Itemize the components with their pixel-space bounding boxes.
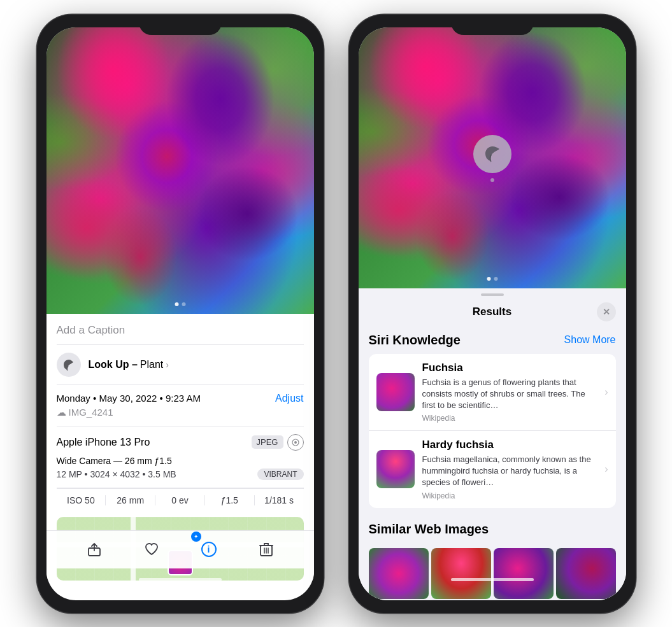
camera-model-row: Apple iPhone 13 Pro JPEG xyxy=(57,434,304,451)
drag-handle[interactable] xyxy=(481,293,504,296)
adjust-button[interactable]: Adjust xyxy=(275,393,303,404)
phone-1-screen: Add a Caption Look Up – Plant › xyxy=(46,27,314,600)
svg-point-1 xyxy=(294,441,297,444)
knowledge-item-hardy[interactable]: Hardy fuchsia Fuchsia magellanica, commo… xyxy=(369,431,616,508)
format-badge: JPEG xyxy=(252,435,283,449)
dot-inactive-2 xyxy=(494,277,497,281)
siri-dot xyxy=(490,178,494,182)
page-dots-2 xyxy=(487,277,497,281)
camera-specs-row: 12 MP • 3024 × 4032 • 3.5 MB VIBRANT xyxy=(57,468,304,480)
photo-display-2[interactable] xyxy=(359,27,626,288)
info-button[interactable]: ✦ i xyxy=(195,535,223,563)
similar-images-header: Similar Web Images xyxy=(369,517,616,543)
sparkle-badge: ✦ xyxy=(191,532,201,542)
leaf-icon xyxy=(62,358,76,372)
lookup-label-plain: Plant xyxy=(140,359,163,370)
photo-date: Monday • May 30, 2022 • 9:23 AM xyxy=(57,393,201,404)
filename-text: IMG_4241 xyxy=(69,407,113,418)
fuchsia-chevron: › xyxy=(604,386,608,398)
results-header: Results ✕ xyxy=(359,299,626,328)
hardy-chevron: › xyxy=(604,463,608,475)
photo-display[interactable] xyxy=(46,27,314,314)
exif-row: ISO 50 26 mm 0 ev ƒ1.5 1/181 s xyxy=(57,488,304,512)
fuchsia-thumbnail xyxy=(376,373,415,411)
share-icon xyxy=(87,542,102,557)
lookup-row[interactable]: Look Up – Plant › xyxy=(57,345,304,385)
hardy-source: Wikipedia xyxy=(422,491,595,500)
phone-2-screen: Results ✕ Siri Knowledge Show More xyxy=(359,27,626,600)
results-content[interactable]: Siri Knowledge Show More Fuchsia Fuchsia… xyxy=(359,328,626,600)
notch xyxy=(139,15,222,35)
hardy-thumb-image xyxy=(376,450,415,488)
dot-inactive xyxy=(182,302,185,306)
web-images-row xyxy=(369,548,616,599)
exif-ev: 0 ev xyxy=(155,495,205,505)
page-dots xyxy=(175,302,185,306)
web-image-4[interactable] xyxy=(556,548,616,599)
dot-active xyxy=(175,302,178,306)
delete-button[interactable] xyxy=(252,535,280,563)
hardy-text: Hardy fuchsia Fuchsia magellanica, commo… xyxy=(422,439,595,500)
fuchsia-source: Wikipedia xyxy=(422,414,595,423)
lookup-chevron: › xyxy=(166,360,169,370)
info-circle-icon: i xyxy=(201,542,217,557)
phone-1: Add a Caption Look Up – Plant › xyxy=(37,15,324,613)
share-button[interactable] xyxy=(80,535,108,563)
knowledge-item-fuchsia[interactable]: Fuchsia Fuchsia is a genus of flowering … xyxy=(369,354,616,432)
camera-model-text: Apple iPhone 13 Pro xyxy=(57,437,150,448)
fuchsia-desc: Fuchsia is a genus of flowering plants t… xyxy=(422,377,595,412)
fuchsia-text: Fuchsia Fuchsia is a genus of flowering … xyxy=(422,362,595,423)
exif-focal: 26 mm xyxy=(106,495,155,505)
meta-section: Monday • May 30, 2022 • 9:23 AM Adjust ☁… xyxy=(57,385,304,426)
favorite-button[interactable] xyxy=(138,535,166,563)
hardy-name: Hardy fuchsia xyxy=(422,439,595,451)
knowledge-card: Fuchsia Fuchsia is a genus of flowering … xyxy=(369,354,616,508)
bottom-toolbar: ✦ i xyxy=(46,530,314,568)
exif-iso: ISO 50 xyxy=(57,495,106,505)
trash-icon xyxy=(259,542,273,557)
photo-filename-row: ☁ IMG_4241 xyxy=(57,407,304,418)
similar-section: Similar Web Images xyxy=(369,509,616,600)
lookup-label-bold: Look Up – xyxy=(89,359,138,370)
camera-badges: JPEG xyxy=(252,434,304,451)
results-title: Results xyxy=(388,306,597,318)
settings-icon xyxy=(291,438,300,447)
web-image-2[interactable] xyxy=(431,548,491,599)
web-image-1[interactable] xyxy=(369,548,429,599)
camera-section: Apple iPhone 13 Pro JPEG Wide Camera — 2… xyxy=(57,426,304,488)
meta-top-row: Monday • May 30, 2022 • 9:23 AM Adjust xyxy=(57,393,304,404)
web-image-3[interactable] xyxy=(494,548,554,599)
siri-knowledge-header: Siri Knowledge Show More xyxy=(369,328,616,354)
notch-2 xyxy=(451,15,534,35)
leaf-siri-icon xyxy=(482,144,503,164)
style-badge: VIBRANT xyxy=(257,468,303,480)
caption-field[interactable]: Add a Caption xyxy=(57,314,304,345)
fuchsia-name: Fuchsia xyxy=(422,362,595,374)
close-button[interactable]: ✕ xyxy=(597,302,616,321)
show-more-button[interactable]: Show More xyxy=(564,334,616,346)
camera-options-button[interactable] xyxy=(287,434,304,451)
specs-text: 12 MP • 3024 × 4032 • 3.5 MB xyxy=(57,469,176,479)
siri-knowledge-title: Siri Knowledge xyxy=(369,333,461,348)
similar-images-title: Similar Web Images xyxy=(369,522,489,537)
exif-shutter: 1/181 s xyxy=(255,495,304,505)
hardy-thumbnail xyxy=(376,450,415,488)
lookup-text: Look Up – Plant › xyxy=(89,359,169,370)
cloud-icon: ☁ xyxy=(57,407,66,418)
lookup-icon xyxy=(57,353,81,377)
info-letter: i xyxy=(208,544,210,554)
fuchsia-thumb-image xyxy=(376,373,415,411)
results-sheet: Results ✕ Siri Knowledge Show More xyxy=(359,288,626,600)
visual-lookup-button[interactable] xyxy=(473,135,511,173)
lens-text: Wide Camera — 26 mm ƒ1.5 xyxy=(57,456,304,466)
dot-active-2 xyxy=(487,277,490,281)
hardy-desc: Fuchsia magellanica, commonly known as t… xyxy=(422,454,595,489)
flower-overlay xyxy=(46,27,314,314)
home-indicator-2 xyxy=(451,578,534,581)
home-indicator xyxy=(139,578,222,581)
heart-icon xyxy=(144,542,159,557)
phone-2: Results ✕ Siri Knowledge Show More xyxy=(349,15,636,613)
exif-aperture: ƒ1.5 xyxy=(205,495,255,505)
